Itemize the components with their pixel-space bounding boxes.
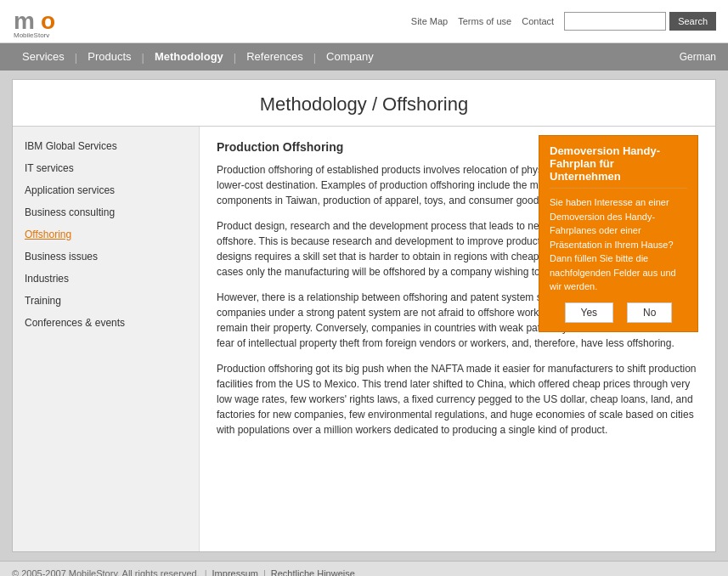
sidebar-conferences[interactable]: Conferences & events	[13, 312, 199, 334]
sidebar-business-consulting[interactable]: Business consulting	[13, 201, 199, 223]
svg-text:o: o	[41, 8, 55, 34]
nav-methodology[interactable]: Methodology	[144, 43, 234, 71]
content-para-4: Production offshoring got its big push w…	[217, 361, 698, 438]
logo-area: m o MobileStory	[12, 5, 80, 37]
nav-products[interactable]: Products	[77, 43, 141, 71]
nav-company[interactable]: Company	[316, 43, 384, 71]
orange-box-buttons: Yes No	[550, 302, 687, 323]
sidebar-business-issues[interactable]: Business issues	[13, 246, 199, 268]
orange-box: Demoversion Handy-Fahrplan für Unternehm…	[539, 135, 698, 332]
svg-text:MobileStory: MobileStory	[14, 31, 49, 37]
footer-sep-2: |	[263, 568, 266, 576]
content-area: IBM Global Services IT services Applicat…	[13, 127, 715, 551]
nav-services[interactable]: Services	[12, 43, 75, 71]
sidebar-it-services[interactable]: IT services	[13, 157, 199, 179]
language-link[interactable]: German	[680, 51, 716, 63]
nav-references[interactable]: References	[236, 43, 313, 71]
search-input[interactable]	[564, 12, 666, 31]
yes-button[interactable]: Yes	[565, 302, 614, 323]
search-area: Search	[564, 12, 716, 31]
sidebar-training[interactable]: Training	[13, 290, 199, 312]
impressum-link[interactable]: Impressum	[212, 568, 258, 576]
sidebar-ibm[interactable]: IBM Global Services	[13, 135, 199, 157]
top-links: Site Map Terms of use Contact Search	[411, 12, 716, 31]
sidebar-offshoring[interactable]: Offshoring	[13, 223, 199, 246]
top-bar: m o MobileStory Site Map Terms of use Co…	[0, 0, 728, 43]
legal-link[interactable]: Rechtliche Hinweise	[271, 568, 355, 576]
footer: © 2005-2007 MobileStory. All rights rese…	[0, 561, 728, 576]
no-button[interactable]: No	[627, 302, 672, 323]
main-wrapper: Methodology / Offshoring IBM Global Serv…	[12, 79, 716, 552]
terms-link[interactable]: Terms of use	[458, 16, 511, 26]
page-title: Methodology / Offshoring	[30, 93, 698, 116]
sidebar-industries[interactable]: Industries	[13, 268, 199, 290]
nav-bar: Services | Products | Methodology | Refe…	[0, 43, 728, 71]
nav-links: Services | Products | Methodology | Refe…	[12, 43, 384, 71]
page-title-bar: Methodology / Offshoring	[13, 80, 715, 127]
main-content: Demoversion Handy-Fahrplan für Unternehm…	[200, 127, 715, 551]
sidebar: IBM Global Services IT services Applicat…	[13, 127, 200, 551]
orange-box-text: Sie haben Interesse an einer Demoversion…	[550, 195, 687, 294]
site-map-link[interactable]: Site Map	[411, 16, 448, 26]
logo-icon: m o MobileStory	[12, 5, 80, 37]
footer-sep-1: |	[205, 568, 207, 576]
search-button[interactable]: Search	[669, 12, 716, 31]
svg-text:m: m	[14, 8, 35, 34]
copyright-text: © 2005-2007 MobileStory. All rights rese…	[12, 568, 200, 576]
orange-box-title: Demoversion Handy-Fahrplan für Unternehm…	[550, 144, 687, 189]
contact-link[interactable]: Contact	[522, 16, 554, 26]
sidebar-app-services[interactable]: Application services	[13, 179, 199, 201]
